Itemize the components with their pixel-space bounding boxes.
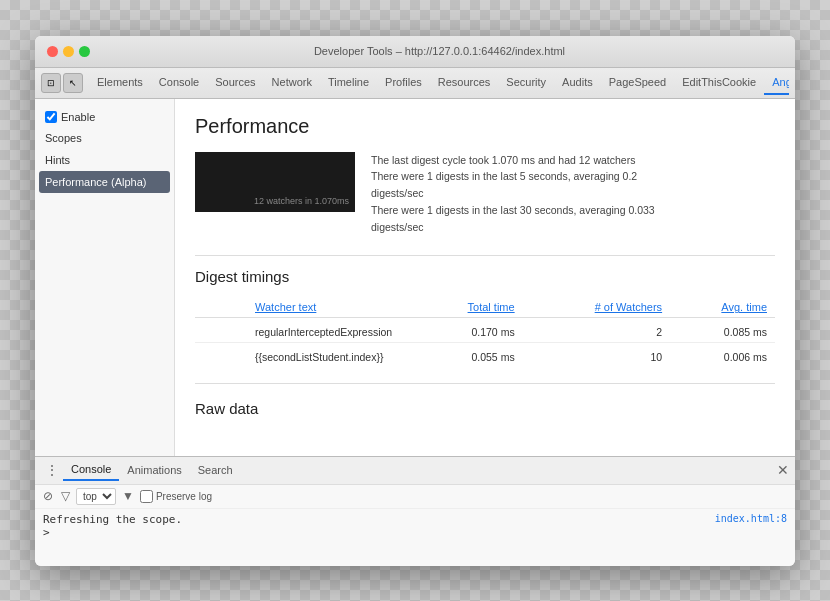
avg-time-2: 0.006 ms	[670, 343, 775, 368]
sidebar-item-scopes[interactable]: Scopes	[35, 127, 174, 149]
stats-line2: There were 1 digests in the last 5 secon…	[371, 168, 655, 185]
stats-line5: digests/sec	[371, 219, 655, 236]
total-time-1: 0.170 ms	[415, 318, 523, 343]
console-toolbar: ⊘ ▽ top ▼ Preserve log	[35, 485, 795, 509]
num-watchers-2: 10	[523, 343, 670, 368]
perf-video-text: 12 watchers in 1.070ms	[254, 196, 349, 206]
perf-top-section: 12 watchers in 1.070ms The last digest c…	[195, 152, 775, 236]
tab-resources[interactable]: Resources	[430, 71, 499, 95]
watcher-name-1: regularInterceptedExpression	[195, 318, 415, 343]
tab-sources[interactable]: Sources	[207, 71, 263, 95]
num-watchers-1: 2	[523, 318, 670, 343]
tab-audits[interactable]: Audits	[554, 71, 601, 95]
sidebar-item-hints[interactable]: Hints	[35, 149, 174, 171]
context-select[interactable]: top	[76, 488, 116, 505]
console-tab-animations[interactable]: Animations	[119, 460, 189, 480]
enable-label: Enable	[61, 111, 95, 123]
preserve-log-label: Preserve log	[156, 491, 212, 502]
main-tab-bar: Elements Console Sources Network Timelin…	[89, 71, 789, 95]
tab-pagespeed[interactable]: PageSpeed	[601, 71, 675, 95]
console-prompt[interactable]: >	[43, 526, 787, 539]
console-tab-search[interactable]: Search	[190, 460, 241, 480]
stats-line3: digests/sec	[371, 185, 655, 202]
digest-timings-title: Digest timings	[195, 268, 775, 285]
perf-video-panel: 12 watchers in 1.070ms	[195, 152, 355, 212]
console-tab-bar: ⋮ Console Animations Search ✕	[35, 457, 795, 485]
content-area: Performance 12 watchers in 1.070ms The l…	[175, 99, 795, 456]
title-bar: Developer Tools – http://127.0.0.1:64462…	[35, 36, 795, 68]
toolbar-icons: ⊡ ↖	[41, 73, 83, 93]
stats-line1: The last digest cycle took 1.070 ms and …	[371, 152, 655, 169]
toolbar: ⊡ ↖ Elements Console Sources Network Tim…	[35, 68, 795, 99]
console-menu-icon[interactable]: ⋮	[41, 462, 63, 478]
browser-window: Developer Tools – http://127.0.0.1:64462…	[35, 36, 795, 566]
minimize-button[interactable]	[63, 46, 74, 57]
perf-stats: The last digest cycle took 1.070 ms and …	[371, 152, 655, 236]
stats-line4: There were 1 digests in the last 30 seco…	[371, 202, 655, 219]
console-body: Refreshing the scope. index.html:8 >	[35, 509, 795, 566]
clear-console-button[interactable]: ⊘	[41, 488, 55, 504]
main-content: Enable Scopes Hints Performance (Alpha) …	[35, 99, 795, 456]
col-avg-time: Avg. time	[670, 297, 775, 318]
console-log-link[interactable]: index.html:8	[715, 513, 787, 526]
avg-time-1: 0.085 ms	[670, 318, 775, 343]
console-close-button[interactable]: ✕	[777, 462, 789, 478]
table-row: {{secondListStudent.index}} 0.055 ms 10 …	[195, 343, 775, 368]
window-title: Developer Tools – http://127.0.0.1:64462…	[96, 45, 783, 57]
col-watcher-text: Watcher text	[195, 297, 415, 318]
top-divider	[195, 255, 775, 256]
sidebar: Enable Scopes Hints Performance (Alpha)	[35, 99, 175, 456]
table-row: regularInterceptedExpression 0.170 ms 2 …	[195, 318, 775, 343]
tab-network[interactable]: Network	[264, 71, 320, 95]
tab-angularjs[interactable]: AngularJS	[764, 71, 789, 95]
bottom-divider	[195, 383, 775, 384]
sidebar-enable-row: Enable	[35, 107, 174, 127]
maximize-button[interactable]	[79, 46, 90, 57]
dock-icon[interactable]: ⊡	[41, 73, 61, 93]
inspect-icon[interactable]: ↖	[63, 73, 83, 93]
preserve-log-row: Preserve log	[140, 490, 212, 503]
raw-data-title: Raw data	[195, 400, 775, 417]
tab-security[interactable]: Security	[498, 71, 554, 95]
watcher-name-2: {{secondListStudent.index}}	[195, 343, 415, 368]
close-button[interactable]	[47, 46, 58, 57]
console-log-text: Refreshing the scope.	[43, 513, 182, 526]
console-tab-console[interactable]: Console	[63, 459, 119, 481]
tab-console[interactable]: Console	[151, 71, 207, 95]
sidebar-item-performance[interactable]: Performance (Alpha)	[39, 171, 170, 193]
page-title: Performance	[195, 115, 775, 138]
console-panel: ⋮ Console Animations Search ✕ ⊘ ▽ top ▼ …	[35, 456, 795, 566]
col-total-time: Total time	[415, 297, 523, 318]
traffic-lights	[47, 46, 90, 57]
tab-editthiscookie[interactable]: EditThisCookie	[674, 71, 764, 95]
total-time-2: 0.055 ms	[415, 343, 523, 368]
filter-icon[interactable]: ▽	[59, 488, 72, 504]
tab-elements[interactable]: Elements	[89, 71, 151, 95]
enable-checkbox[interactable]	[45, 111, 57, 123]
tab-profiles[interactable]: Profiles	[377, 71, 430, 95]
console-log-line: Refreshing the scope. index.html:8	[43, 513, 787, 526]
context-dropdown-icon[interactable]: ▼	[120, 488, 136, 504]
tab-timeline[interactable]: Timeline	[320, 71, 377, 95]
col-num-watchers: # of Watchers	[523, 297, 670, 318]
digest-table: Watcher text Total time # of Watchers Av…	[195, 297, 775, 367]
preserve-log-checkbox[interactable]	[140, 490, 153, 503]
